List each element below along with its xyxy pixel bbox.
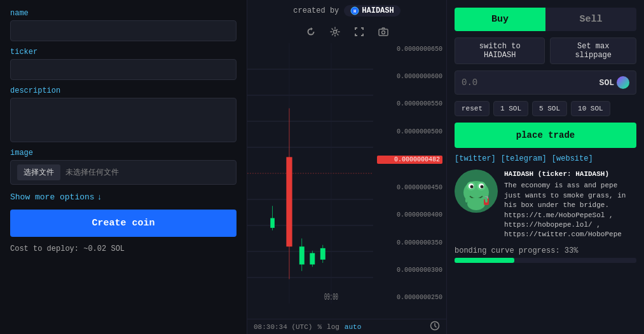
chart-area: 0.0000000650 0.0000000600 0.0000000550 0… <box>247 43 446 319</box>
candle-chart: 09:00 <box>247 43 373 304</box>
ticker-input[interactable] <box>10 59 236 80</box>
bonding-label: bonding curve progress: 33% <box>455 246 636 255</box>
camera-icon <box>378 27 388 37</box>
coin-info-row: HAIDASH (ticker: HAIDASH) The economy is… <box>455 170 636 240</box>
show-more-button[interactable]: Show more options ↓ <box>10 191 236 203</box>
price-7: 0.0000000300 <box>377 267 442 274</box>
auto-button[interactable]: auto <box>345 323 361 331</box>
create-coin-button[interactable]: Create coin <box>10 210 236 237</box>
website-link[interactable]: [website] <box>552 154 593 163</box>
set-max-slippage-button[interactable]: Set max slippage <box>550 37 636 64</box>
price-2: 0.0000000550 <box>377 100 442 107</box>
svg-text:09:00: 09:00 <box>324 292 338 302</box>
svg-rect-17 <box>270 218 275 227</box>
price-axis: 0.0000000650 0.0000000600 0.0000000550 0… <box>373 43 446 304</box>
preset-5sol-button[interactable]: 5 SOL <box>532 101 567 116</box>
bonding-bar-fill <box>455 258 514 263</box>
description-input[interactable] <box>10 98 236 142</box>
show-more-label: Show more options <box>10 192 95 202</box>
price-1: 0.0000000600 <box>377 73 442 80</box>
fullscreen-icon-button[interactable] <box>352 24 367 39</box>
svg-rect-23 <box>310 253 315 265</box>
price-8: 0.0000000250 <box>377 294 442 301</box>
coin-avatar <box>455 170 498 213</box>
preset-1sol-button[interactable]: 1 SOL <box>493 101 528 116</box>
bonding-bar-bg <box>455 258 636 263</box>
description-label: description <box>10 86 236 95</box>
ticker-field-group: ticker <box>10 48 236 80</box>
coin-description: HAIDASH (ticker: HAIDASH) The economy is… <box>504 170 636 240</box>
ticker-label: ticker <box>10 48 236 57</box>
percent-button[interactable]: % <box>317 323 322 331</box>
creator-icon: H <box>350 6 359 15</box>
coin-desc-text: The economy is ass and pepe just wants t… <box>504 181 636 239</box>
settings-icon <box>330 27 340 37</box>
image-label: image <box>10 149 236 157</box>
svg-point-34 <box>470 185 474 189</box>
time-display: 08:30:34 (UTC) <box>254 323 312 331</box>
chart-toolbar <box>247 22 446 43</box>
social-links: [twitter] [telegram] [website] <box>455 154 636 163</box>
bonding-section: bonding curve progress: 33% <box>455 246 636 263</box>
price-4: 0.0000000450 <box>377 184 442 191</box>
sol-icon <box>617 76 629 89</box>
refresh-icon <box>306 27 316 37</box>
price-highlighted: 0.0000000482 <box>377 156 442 164</box>
left-panel: name ticker description image 选择文件 未选择任何… <box>0 0 247 334</box>
price-6: 0.0000000350 <box>377 239 442 246</box>
chart-bottom-bar: 08:30:34 (UTC) % log auto <box>247 319 446 334</box>
preset-10sol-button[interactable]: 10 SOL <box>571 101 610 116</box>
chart-header: created by H HAIDASH <box>247 0 446 22</box>
telegram-link[interactable]: [telegram] <box>501 154 547 163</box>
twitter-link[interactable]: [twitter] <box>455 154 496 163</box>
svg-point-35 <box>481 185 484 189</box>
price-3: 0.0000000500 <box>377 128 442 135</box>
svg-point-4 <box>381 31 385 34</box>
created-by-text: created by <box>293 6 339 15</box>
svg-rect-21 <box>299 246 305 264</box>
file-input-row: 选择文件 未选择任何文件 <box>10 160 236 185</box>
description-field-group: description <box>10 86 236 142</box>
clock-icon <box>430 321 440 331</box>
candle-svg: 09:00 <box>247 43 373 304</box>
sell-tab[interactable]: Sell <box>545 8 636 31</box>
sol-label: SOL <box>599 76 629 89</box>
amount-input[interactable] <box>462 77 596 88</box>
chart-panel: created by H HAIDASH <box>247 0 447 334</box>
name-field-group: name <box>10 9 236 41</box>
switch-to-haidash-button[interactable]: switch to HAIDASH <box>455 37 545 64</box>
svg-rect-19 <box>286 157 292 246</box>
amount-input-row: SOL <box>455 70 636 95</box>
coin-name: HAIDASH (ticker: HAIDASH) <box>504 170 636 179</box>
buy-sell-tabs: Buy Sell <box>455 8 636 31</box>
file-name-display: 未选择任何文件 <box>65 167 119 178</box>
buy-tab[interactable]: Buy <box>455 8 545 31</box>
price-5: 0.0000000400 <box>377 211 442 218</box>
place-trade-button[interactable]: place trade <box>455 123 636 148</box>
reset-button[interactable]: reset <box>455 101 490 116</box>
log-button[interactable]: log <box>327 323 339 331</box>
refresh-icon-button[interactable] <box>303 24 319 39</box>
choose-file-button[interactable]: 选择文件 <box>17 164 60 180</box>
svg-text:H: H <box>353 9 356 14</box>
name-input[interactable] <box>10 20 236 41</box>
action-row: switch to HAIDASH Set max slippage <box>455 37 636 64</box>
name-label: name <box>10 9 236 18</box>
right-panel: Buy Sell switch to HAIDASH Set max slipp… <box>447 0 644 334</box>
sol-text: SOL <box>599 78 614 88</box>
show-more-arrow: ↓ <box>97 192 102 202</box>
cost-display: Cost to deploy: ~0.02 SOL <box>10 244 236 253</box>
settings-icon-button[interactable] <box>327 24 343 39</box>
camera-icon-button[interactable] <box>376 24 391 39</box>
coin-avatar-svg <box>455 170 498 213</box>
fullscreen-icon <box>354 27 364 37</box>
creator-badge: H HAIDASH <box>344 5 400 17</box>
preset-buttons: reset 1 SOL 5 SOL 10 SOL <box>455 101 636 116</box>
price-0: 0.0000000650 <box>377 46 442 53</box>
creator-name: HAIDASH <box>362 6 394 15</box>
svg-rect-25 <box>320 248 325 260</box>
image-field-group: image 选择文件 未选择任何文件 <box>10 149 236 185</box>
svg-rect-3 <box>379 29 388 36</box>
